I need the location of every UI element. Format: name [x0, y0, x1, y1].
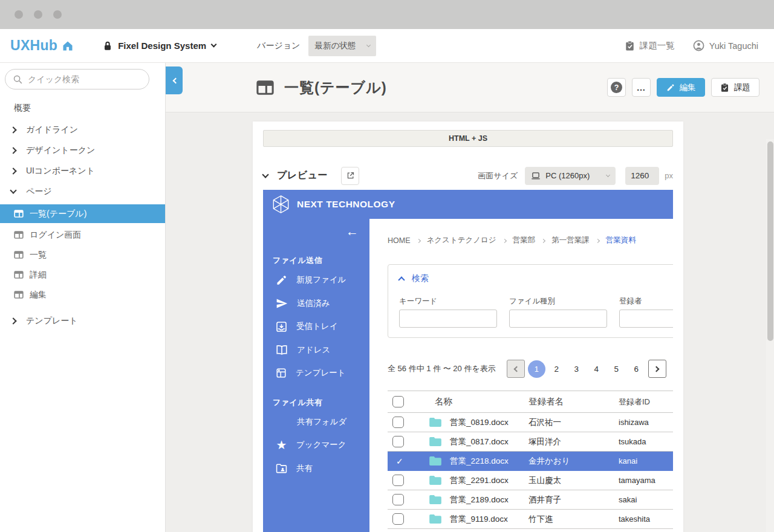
open-in-new-button[interactable]	[341, 167, 359, 185]
page-1-current[interactable]: 1	[528, 360, 545, 378]
px-unit-label: px	[665, 171, 673, 180]
chevron-down-icon[interactable]	[262, 171, 268, 178]
table-row[interactable]: 営業_9119.docx 竹下進 takeshita	[388, 510, 673, 529]
nav-section-file-send: ファイル送信	[273, 255, 369, 266]
sidebar-group-ui-components[interactable]: UIコンポーネント	[0, 161, 165, 181]
quick-search-input[interactable]	[28, 74, 141, 84]
nav-item-sent[interactable]: 送信済み	[263, 292, 369, 316]
group-label: ガイドライン	[26, 125, 78, 135]
breadcrumb-item[interactable]: ネクストテクノロジ	[427, 235, 496, 245]
sidebar-item-overview[interactable]: 概要	[0, 99, 165, 116]
chevron-right-icon	[10, 126, 16, 133]
nav-item-address[interactable]: アドレス	[263, 339, 369, 362]
sidebar-group-templates[interactable]: テンプレート	[0, 311, 165, 331]
chevron-right-icon	[10, 147, 16, 154]
row-checkbox[interactable]	[392, 513, 404, 525]
tab-html-js[interactable]: HTML + JS	[263, 130, 673, 147]
page-2[interactable]: 2	[547, 365, 567, 374]
sidebar-item-list[interactable]: 一覧	[0, 245, 165, 265]
group-label: テンプレート	[26, 316, 78, 326]
version-value: 最新の状態	[314, 41, 356, 51]
sidebar-collapse-button[interactable]	[166, 66, 183, 94]
table-row[interactable]: 営業_2291.docx 玉山慶太 tamayama	[388, 471, 673, 490]
person-id: takeshita	[611, 514, 673, 524]
scrollbar-track[interactable]	[766, 139, 774, 532]
app-header: UXHub Fixel Design System バージョン 最新の状態 課題…	[0, 29, 774, 63]
prev-page-button[interactable]	[507, 360, 525, 378]
nav-item-bookmark[interactable]: ★ ブックマーク	[263, 433, 369, 457]
row-checkbox[interactable]	[392, 417, 404, 428]
width-input[interactable]	[625, 167, 659, 185]
project-selector[interactable]: Fixel Design System	[103, 41, 216, 51]
breadcrumb-home[interactable]: HOME	[388, 236, 411, 245]
page-4[interactable]: 4	[587, 365, 607, 374]
scrollbar-thumb[interactable]	[767, 141, 773, 341]
table-row[interactable]: 営業_0817.docx 塚田洋介 tsukada	[388, 432, 673, 452]
chevron-left-icon	[172, 77, 178, 83]
window-dot[interactable]	[34, 10, 42, 19]
row-checkbox[interactable]	[392, 436, 404, 447]
column-id[interactable]: 登録者ID	[611, 397, 673, 407]
screen-size-select[interactable]: PC (1260px)	[525, 167, 616, 185]
page-6[interactable]: 6	[626, 365, 646, 374]
page-3[interactable]: 3	[567, 365, 587, 374]
nav-item-shared-folder[interactable]: 共有フォルダ	[263, 410, 369, 434]
nav-item-inbox[interactable]: 受信トレイ	[263, 315, 369, 339]
table-row-selected[interactable]: ✓ 営業_2218.docx 金井かおり kanai	[388, 452, 673, 471]
open-in-new-icon	[346, 171, 355, 180]
breadcrumb-item[interactable]: 第一営業課	[551, 235, 590, 245]
version-select[interactable]: 最新の状態	[308, 36, 376, 56]
chevron-down-icon	[606, 172, 610, 177]
sidebar-group-guidelines[interactable]: ガイドライン	[0, 120, 165, 140]
window-titlebar	[0, 0, 774, 29]
clipboard-check-icon	[625, 41, 635, 51]
person-id: kanai	[611, 456, 673, 465]
more-button[interactable]: …	[632, 78, 651, 97]
group-label: デザイントークン	[26, 145, 95, 156]
table-row[interactable]: 営業_0819.docx 石沢祐一 ishizawa	[388, 413, 673, 432]
window-dot[interactable]	[53, 10, 62, 19]
nav-item-label: 共有	[296, 463, 313, 474]
sidebar-item-list-table[interactable]: 一覧(テーブル)	[0, 204, 165, 223]
window-dot[interactable]	[15, 10, 23, 19]
search-panel-toggle[interactable]: 検索	[399, 273, 673, 284]
screen-size-group: 画面サイズ PC (1260px) px	[478, 167, 673, 185]
arrow-left-icon[interactable]: ←	[346, 225, 359, 238]
row-checkbox[interactable]	[392, 475, 404, 486]
sidebar-group-pages[interactable]: ページ	[0, 181, 165, 202]
file-type-input[interactable]	[509, 310, 607, 328]
table-row[interactable]: 営業_8128.docx 松岡恵梨香 matsuoka	[388, 529, 673, 532]
table-row[interactable]: 営業_2189.docx 酒井育子 sakai	[388, 490, 673, 510]
sidebar-item-edit[interactable]: 編集	[0, 285, 165, 305]
registrant-input[interactable]	[619, 310, 673, 328]
column-name[interactable]: 名称	[421, 396, 522, 407]
screen-size-label: 画面サイズ	[478, 170, 518, 181]
chevron-right-icon	[502, 238, 507, 242]
column-person[interactable]: 登録者名	[522, 396, 611, 407]
help-button[interactable]: ?	[607, 78, 626, 97]
uxhub-logo[interactable]: UXHub	[10, 37, 74, 54]
chevron-right-icon	[10, 167, 16, 174]
nav-item-new-file[interactable]: 新規ファイル	[263, 268, 369, 292]
page-icon	[14, 271, 24, 279]
nav-item-share[interactable]: 共有	[263, 457, 369, 481]
next-page-button[interactable]	[648, 360, 666, 378]
breadcrumb-item[interactable]: 営業部	[513, 235, 536, 245]
row-checkbox[interactable]	[392, 494, 404, 505]
select-all-checkbox[interactable]	[392, 396, 404, 407]
preview-frame: NEXT TECHNOLOGY ← ファイル送信 新規ファイル	[263, 190, 673, 532]
edit-button[interactable]: 編集	[657, 78, 705, 97]
nav-item-template[interactable]: テンプレート	[263, 362, 369, 385]
quick-search[interactable]	[5, 69, 149, 89]
sidebar-group-design-tokens[interactable]: デザイントークン	[0, 140, 165, 161]
page-icon	[14, 291, 24, 299]
sidebar-item-login[interactable]: ログイン画面	[0, 225, 165, 245]
pencil-icon	[666, 83, 675, 92]
issue-button[interactable]: 課題	[711, 78, 759, 97]
sidebar-item-detail[interactable]: 詳細	[0, 265, 165, 285]
search-panel: 検索 キーワード ファイル種別	[388, 264, 673, 338]
issues-link[interactable]: 課題一覧	[625, 40, 675, 51]
page-5[interactable]: 5	[607, 365, 626, 374]
user-menu[interactable]: Yuki Taguchi	[693, 40, 758, 51]
keyword-input[interactable]	[399, 310, 497, 328]
